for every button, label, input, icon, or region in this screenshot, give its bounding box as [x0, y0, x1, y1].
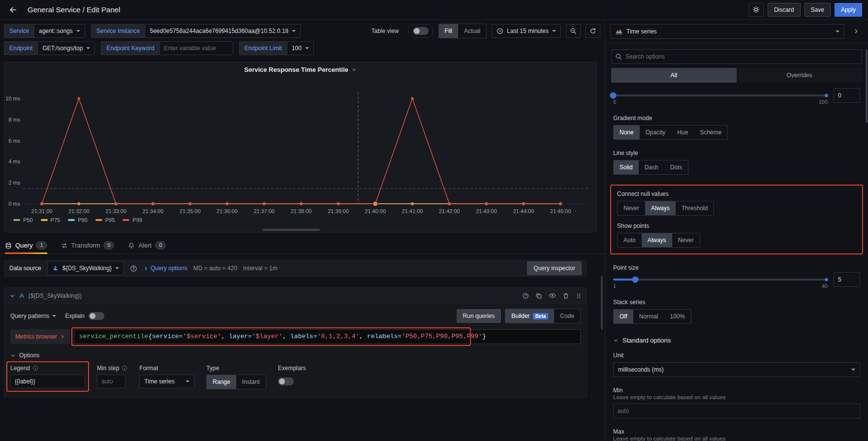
option-overrides[interactable]: Overrides — [737, 68, 862, 83]
legend-item[interactable]: P75 — [41, 217, 61, 223]
discard-button[interactable]: Discard — [768, 3, 801, 17]
refresh-icon — [589, 28, 596, 34]
option-always[interactable]: Always — [642, 233, 672, 247]
legend-item[interactable]: P50 — [13, 217, 33, 223]
tab-transform[interactable]: Transform 0 — [61, 237, 115, 253]
table-view-switch — [413, 27, 429, 35]
fill-opacity-value[interactable] — [834, 88, 860, 103]
min-input[interactable] — [613, 404, 860, 418]
service-instance-variable: Service Instance 5eed0e5758a244aca6e7699… — [91, 24, 301, 38]
service-instance-variable-value[interactable]: 5eed0e5758a244aca6e7699415d360aa@10.52.0… — [145, 24, 301, 38]
collapse-query-icon[interactable] — [9, 293, 15, 299]
query-count-badge: 1 — [36, 241, 47, 250]
endpoint-keyword-input[interactable] — [159, 41, 233, 55]
fill-opacity-slider[interactable]: 0 100 — [613, 91, 828, 105]
option-opacity[interactable]: Opacity — [640, 126, 672, 139]
query-code-field: service_percentile{service='$service', l… — [74, 329, 581, 344]
legend-item[interactable]: P95 — [95, 217, 115, 223]
standard-options-section-toggle[interactable]: Standard options — [613, 337, 860, 344]
slider-rail[interactable] — [613, 94, 828, 96]
tab-alert[interactable]: Alert 0 — [128, 237, 166, 253]
query-code-input[interactable]: service_percentile{service='$service', l… — [74, 329, 581, 344]
options-collapse-toggle[interactable]: Options — [10, 352, 581, 359]
builder-label: Builder — [511, 313, 529, 319]
collapse-pane-button[interactable] — [848, 25, 863, 38]
datasource-picker[interactable]: ${DS_SkyWalking} — [47, 261, 124, 275]
apply-button[interactable]: Apply — [835, 3, 862, 17]
option-100-[interactable]: 100% — [664, 310, 691, 323]
table-view-toggle[interactable] — [408, 24, 434, 38]
query-patterns-button[interactable]: Query patterns — [10, 313, 56, 319]
explain-toggle[interactable] — [89, 312, 104, 320]
option-scheme[interactable]: Scheme — [694, 126, 727, 139]
service-variable-label: Service — [4, 24, 34, 38]
service-variable-value-text: agent::songs — [39, 28, 73, 34]
options-search-input[interactable] — [611, 49, 862, 64]
legend-input[interactable] — [10, 375, 85, 388]
query-inspector-button[interactable]: Query inspector — [527, 261, 582, 275]
alert-count-badge: 0 — [155, 241, 166, 250]
query-options-toggle[interactable]: Query options — [143, 265, 187, 272]
metrics-browser-button[interactable]: Metrics browser — [10, 329, 70, 344]
option-actual[interactable]: Actual — [458, 24, 486, 38]
service-variable-value[interactable]: agent::songs — [34, 24, 85, 38]
save-button[interactable]: Save — [805, 3, 831, 17]
option-never[interactable]: Never — [672, 233, 700, 247]
endpoint-value-text: GET:/songs/top — [42, 45, 83, 52]
svg-text:21:34:00: 21:34:00 — [142, 208, 163, 214]
query-ref-id[interactable]: A — [20, 292, 24, 299]
option-normal[interactable]: Normal — [633, 310, 664, 323]
tab-query[interactable]: Query 1 — [5, 237, 47, 253]
option-solid[interactable]: Solid — [614, 160, 639, 174]
option-dots[interactable]: Dots — [664, 160, 688, 174]
option-never[interactable]: Never — [618, 201, 645, 215]
slider-handle[interactable] — [610, 93, 617, 99]
panel-settings-button[interactable] — [749, 3, 764, 17]
run-queries-button[interactable]: Run queries — [457, 309, 501, 323]
slider-handle[interactable] — [632, 277, 638, 283]
slider-endcap — [825, 278, 828, 282]
option-auto[interactable]: Auto — [618, 233, 642, 247]
slider-rail[interactable] — [613, 279, 828, 281]
duplicate-query-icon[interactable] — [535, 292, 542, 299]
option-range[interactable]: Range — [207, 375, 236, 389]
builder-mode-option[interactable]: Builder Beta — [505, 309, 554, 323]
format-select[interactable]: Time series — [139, 375, 194, 388]
zoom-out-button[interactable] — [566, 24, 581, 38]
horizontal-scrollbar[interactable] — [263, 229, 320, 231]
option-none[interactable]: None — [614, 126, 640, 139]
option-hue[interactable]: Hue — [671, 126, 694, 139]
legend-item[interactable]: P90 — [68, 217, 88, 223]
option-off[interactable]: Off — [614, 310, 633, 323]
option-dash[interactable]: Dash — [639, 160, 664, 174]
trash-icon[interactable] — [562, 292, 569, 299]
drag-handle-icon[interactable] — [576, 292, 582, 299]
eye-icon[interactable] — [549, 292, 556, 299]
main-scrollbar[interactable] — [601, 276, 603, 330]
endpoint-variable-value[interactable]: GET:/songs/top — [37, 41, 95, 55]
visualization-picker[interactable]: Time series — [610, 24, 844, 39]
option-all[interactable]: All — [611, 68, 737, 83]
point-size-slider[interactable]: 1 40 — [613, 275, 828, 289]
option-always[interactable]: Always — [645, 201, 676, 215]
min-step-input[interactable] — [97, 375, 125, 388]
legend-item[interactable]: P99 — [123, 217, 142, 223]
help-circle-icon[interactable] — [522, 292, 529, 299]
code-mode-option[interactable]: Code — [554, 309, 580, 323]
sidebar-scrollbar[interactable] — [866, 49, 868, 123]
header: General Service / Edit Panel Discard Sav… — [0, 0, 868, 20]
option-instant[interactable]: Instant — [236, 375, 266, 389]
back-button[interactable] — [6, 3, 21, 17]
gradient-mode-label: Gradient mode — [613, 115, 860, 122]
datasource-help-button[interactable] — [130, 265, 137, 272]
gear-icon — [752, 6, 760, 13]
endpoint-limit-value[interactable]: 100 — [287, 41, 314, 55]
refresh-button[interactable] — [586, 24, 600, 38]
unit-select[interactable]: milliseconds (ms) — [613, 362, 860, 377]
time-range-text: Last 15 minutes — [507, 28, 549, 34]
point-size-value[interactable] — [834, 272, 860, 287]
option-fill[interactable]: Fill — [439, 24, 458, 38]
option-threshold[interactable]: Threshold — [676, 201, 713, 215]
time-range-button[interactable]: Last 15 minutes — [492, 24, 561, 38]
exemplars-toggle[interactable] — [278, 378, 294, 385]
